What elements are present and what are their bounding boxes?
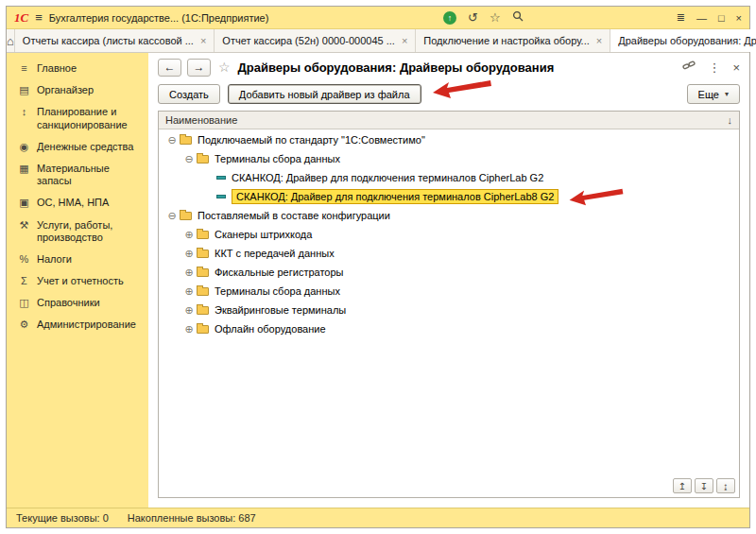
forward-button[interactable]: → xyxy=(187,59,211,77)
expand-icon[interactable]: ⊕ xyxy=(181,323,197,336)
tab-bar: ⌂ Отчеты кассира (листы кассовой ... × О… xyxy=(7,29,749,53)
collapse-icon[interactable]: ⊖ xyxy=(181,153,197,165)
chevron-down-icon: ▾ xyxy=(725,90,729,98)
row-label: Подключаемый по стандарту "1С:Совместимо… xyxy=(198,134,425,146)
add-driver-from-file-button[interactable]: Добавить новый драйвер из файла xyxy=(228,84,421,104)
add-to-favorites-icon[interactable]: ☆ xyxy=(218,60,231,75)
table-row[interactable]: ⊖Поставляемый в составе конфигурации xyxy=(159,206,739,225)
tab-label: Драйверы оборудования: Драйве... xyxy=(618,35,756,46)
expand-icon[interactable]: ⊕ xyxy=(181,229,197,241)
row-label: СКАНКОД: Драйвер для подключения термина… xyxy=(232,172,543,183)
favorites-star-icon[interactable]: ☆ xyxy=(490,10,501,25)
collapse-icon[interactable]: ⊖ xyxy=(164,134,180,146)
table-row[interactable]: ⊕Офлайн оборудование xyxy=(159,319,739,338)
accounting-icon: Σ xyxy=(18,275,30,287)
fixed-assets-icon: ▣ xyxy=(18,197,30,209)
sidebar-item-accounting[interactable]: Σ Учет и отчетность xyxy=(7,270,148,292)
folder-icon xyxy=(197,155,209,164)
search-icon[interactable] xyxy=(512,10,524,25)
sidebar-item-label: Администрирование xyxy=(37,319,136,331)
table-row[interactable]: ⊕Эквайринговые терминалы xyxy=(159,301,739,319)
driver-tree: ⊖Подключаемый по стандарту "1С:Совместим… xyxy=(159,129,739,497)
scroll-page-button[interactable]: ↨ xyxy=(716,478,735,493)
more-actions-icon[interactable]: ⋮ xyxy=(708,60,720,75)
folder-icon xyxy=(197,325,209,334)
tab-cashier-reports[interactable]: Отчеты кассира (листы кассовой ... × xyxy=(15,29,215,52)
tab-close-icon[interactable]: × xyxy=(200,35,206,46)
table-row[interactable]: ⊖Подключаемый по стандарту "1С:Совместим… xyxy=(159,130,739,149)
minimize-button[interactable]: — xyxy=(696,12,707,24)
row-label: СКАНКОД: Драйвер для подключения термина… xyxy=(232,189,558,204)
folder-icon xyxy=(180,136,192,145)
sidebar-item-money[interactable]: ◉ Денежные средства xyxy=(7,136,148,158)
scroll-to-bottom-button[interactable]: ↧ xyxy=(695,478,713,493)
materials-icon: ▦ xyxy=(18,163,30,175)
table-row[interactable]: ⊕Фискальные регистраторы xyxy=(159,263,739,282)
sidebar-item-organizer[interactable]: ▤ Органайзер xyxy=(7,79,148,101)
table-row[interactable]: ⊕ККТ с передачей данных xyxy=(159,244,739,263)
folder-icon xyxy=(197,231,209,239)
table-row[interactable]: СКАНКОД: Драйвер для подключения термина… xyxy=(159,187,739,206)
home-icon[interactable]: ⌂ xyxy=(7,29,15,52)
sidebar-item-administration[interactable]: ⚙ Администрирование xyxy=(7,314,148,336)
title-bar: 1С ≡ Бухгалтерия государстве... (1С:Пред… xyxy=(7,7,749,29)
folder-icon xyxy=(197,268,209,277)
history-icon[interactable]: ↺ xyxy=(468,10,478,25)
planning-icon: ↕ xyxy=(18,106,30,118)
table-row[interactable]: СКАНКОД: Драйвер для подключения термина… xyxy=(159,168,739,187)
create-button[interactable]: Создать xyxy=(158,84,220,104)
1c-logo: 1С xyxy=(14,10,28,26)
sidebar-item-catalogs[interactable]: ◫ Справочники xyxy=(7,292,148,314)
scroll-to-top-button[interactable]: ↥ xyxy=(673,478,692,493)
main-area: ≡ Главное ▤ Органайзер ↕ Планирование и … xyxy=(7,53,749,508)
tab-close-icon[interactable]: × xyxy=(596,35,602,46)
expand-icon[interactable]: ⊕ xyxy=(181,304,197,317)
catalogs-icon: ◫ xyxy=(18,297,30,309)
row-label: Фискальные регистраторы xyxy=(215,267,343,278)
close-form-icon[interactable]: × xyxy=(732,60,740,75)
sidebar-item-taxes[interactable]: % Налоги xyxy=(7,249,148,270)
tab-hardware-drivers[interactable]: Драйверы оборудования: Драйве... × xyxy=(610,29,756,52)
column-header-label: Наименование xyxy=(165,114,237,126)
table-row[interactable]: ⊖Терминалы сбора данных xyxy=(159,149,739,168)
main-menu-icon[interactable]: ≡ xyxy=(35,10,43,25)
sidebar-item-label: Органайзер xyxy=(37,84,94,96)
close-button[interactable]: × xyxy=(736,12,742,24)
sort-descending-icon[interactable]: ↓ xyxy=(728,114,733,126)
sections-sidebar: ≡ Главное ▤ Органайзер ↕ Планирование и … xyxy=(7,53,148,508)
content-area: ← → ☆ Драйверы оборудования: Драйверы об… xyxy=(148,53,749,508)
sidebar-item-planning[interactable]: ↕ Планирование и санкционирование xyxy=(7,101,148,135)
tab-label: Подключение и настройка обору... xyxy=(423,35,589,46)
link-icon[interactable] xyxy=(682,59,696,76)
sidebar-item-fixed-assets[interactable]: ▣ ОС, НМА, НПА xyxy=(7,192,148,214)
sidebar-item-label: Справочники xyxy=(37,297,100,309)
ribbon-lines-icon[interactable]: ≣ xyxy=(677,11,685,24)
accumulated-calls-counter: Накопленные вызовы: 687 xyxy=(128,512,256,524)
app-window: 1С ≡ Бухгалтерия государстве... (1С:Пред… xyxy=(6,6,750,528)
back-button[interactable]: ← xyxy=(158,59,181,77)
more-button[interactable]: Еще ▾ xyxy=(687,84,740,104)
driver-icon xyxy=(216,195,226,198)
collapse-icon[interactable]: ⊖ xyxy=(164,210,180,222)
table-row[interactable]: ⊕Сканеры штрихкода xyxy=(159,225,739,244)
tab-cashier-report-52n[interactable]: Отчет кассира (52н) 0000-000045 ... × xyxy=(215,29,416,52)
maximize-button[interactable]: □ xyxy=(718,12,725,24)
folder-icon xyxy=(197,306,209,315)
sidebar-item-services[interactable]: ⚒ Услуги, работы, производство xyxy=(7,215,148,249)
table-row[interactable]: ⊕Терминалы сбора данных xyxy=(159,282,739,301)
expand-icon[interactable]: ⊕ xyxy=(181,248,197,260)
service-status-icon[interactable]: ↑ xyxy=(443,11,456,25)
tab-label: Отчеты кассира (листы кассовой ... xyxy=(23,35,194,46)
sidebar-item-materials[interactable]: ▦ Материальные запасы xyxy=(7,158,148,192)
expand-icon[interactable]: ⊕ xyxy=(181,285,197,298)
folder-icon xyxy=(197,250,209,258)
tab-hardware-setup[interactable]: Подключение и настройка обору... × xyxy=(416,29,610,52)
row-label: Сканеры штрихкода xyxy=(215,229,312,240)
expand-icon[interactable]: ⊕ xyxy=(181,267,197,279)
row-label: Офлайн оборудование xyxy=(215,323,326,335)
gear-icon: ⚙ xyxy=(18,319,30,331)
column-header-name[interactable]: Наименование ↓ xyxy=(159,112,739,129)
tab-close-icon[interactable]: × xyxy=(402,35,407,46)
sidebar-item-main[interactable]: ≡ Главное xyxy=(7,58,148,79)
row-label: Терминалы сбора данных xyxy=(215,285,340,297)
